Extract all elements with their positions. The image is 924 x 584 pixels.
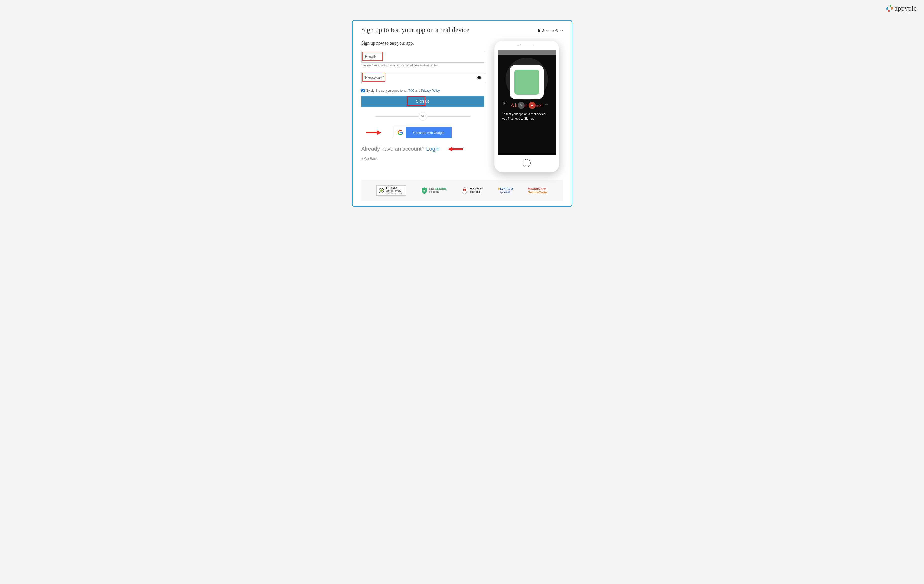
- phone-home-button-icon: [523, 159, 531, 167]
- truste-badge: TRUSTe Verified Privacy Powered by Trust…: [376, 185, 406, 196]
- svg-rect-5: [366, 132, 377, 133]
- dismiss-icon: ✕: [518, 102, 525, 109]
- app-icon-preview: [510, 65, 544, 99]
- phone-speaker-icon: [520, 44, 533, 45]
- signup-card: Sign up to test your app on a real devic…: [352, 20, 572, 207]
- svg-rect-2: [888, 10, 889, 12]
- brand-logo-text: appypie: [894, 5, 917, 12]
- annotation-arrow-icon: [366, 130, 381, 135]
- password-input[interactable]: [361, 72, 484, 83]
- appypie-logo-icon: [886, 5, 893, 12]
- google-icon: [398, 130, 403, 135]
- lock-icon: [538, 29, 541, 32]
- svg-point-10: [380, 189, 383, 192]
- phone-subtext: To test your app on a real device, you f…: [498, 109, 556, 121]
- page-title: Sign up to test your app on a real devic…: [361, 26, 469, 34]
- privacy-link[interactable]: Privacy Policy: [421, 89, 440, 92]
- or-divider: OR: [375, 112, 471, 121]
- go-back-link[interactable]: « Go Back: [361, 157, 484, 161]
- email-helper-note: *We won't rent, sell or barter your emai…: [361, 64, 484, 67]
- svg-rect-4: [538, 30, 540, 32]
- phone-statusbar: [498, 50, 556, 55]
- continue-with-google-button[interactable]: Continue with Google: [394, 127, 452, 138]
- mcafee-shield-icon: M: [462, 187, 468, 194]
- signup-button[interactable]: Sign up: [361, 96, 484, 107]
- phone-mockup: Fi … ✕ ♥ Almost Done! To test your app o…: [494, 41, 559, 173]
- svg-rect-1: [891, 7, 893, 9]
- mastercard-securecode-badge: MasterCard. SecureCode.: [528, 187, 548, 194]
- svg-rect-3: [886, 8, 888, 10]
- shield-icon: [421, 187, 427, 194]
- phone-camera-icon: [517, 44, 518, 46]
- header-row: Sign up to test your app on a real devic…: [361, 26, 563, 37]
- info-icon[interactable]: i: [477, 76, 481, 79]
- consent-row: By signing up, you agree to our T&C and …: [361, 89, 484, 92]
- svg-rect-0: [889, 5, 891, 7]
- brand-logo: appypie: [886, 5, 917, 12]
- phone-screen: Fi … ✕ ♥ Almost Done! To test your app o…: [498, 50, 556, 155]
- mcafee-badge: M McAfee® SECURE: [462, 187, 483, 194]
- svg-marker-8: [448, 147, 452, 151]
- or-label: OR: [419, 112, 427, 121]
- ssl-secure-badge: SSL SSL SECURESECURE LOGIN: [421, 187, 447, 194]
- truste-icon: [379, 188, 384, 193]
- svg-rect-7: [452, 148, 463, 150]
- login-link[interactable]: Login: [426, 146, 440, 152]
- signup-form: Sign up now to test your app. *We won't …: [361, 41, 484, 173]
- terms-link[interactable]: T&C: [409, 89, 414, 92]
- heart-icon: ♥: [529, 102, 536, 109]
- secure-area-badge: Secure Area: [538, 28, 563, 33]
- email-input[interactable]: [361, 51, 484, 63]
- google-button-label: Continue with Google: [406, 127, 452, 138]
- security-badge-strip: TRUSTe Verified Privacy Powered by Trust…: [361, 180, 563, 201]
- form-subtitle: Sign up now to test your app.: [361, 41, 484, 46]
- login-row: Already have an account? Login: [361, 146, 484, 152]
- secure-area-text: Secure Area: [542, 28, 563, 33]
- consent-checkbox[interactable]: [361, 89, 365, 92]
- annotation-arrow-icon: [448, 147, 463, 151]
- svg-marker-6: [377, 130, 381, 135]
- verified-by-visa-badge: VERIFIED by VISA: [498, 187, 513, 194]
- svg-text:M: M: [464, 189, 466, 191]
